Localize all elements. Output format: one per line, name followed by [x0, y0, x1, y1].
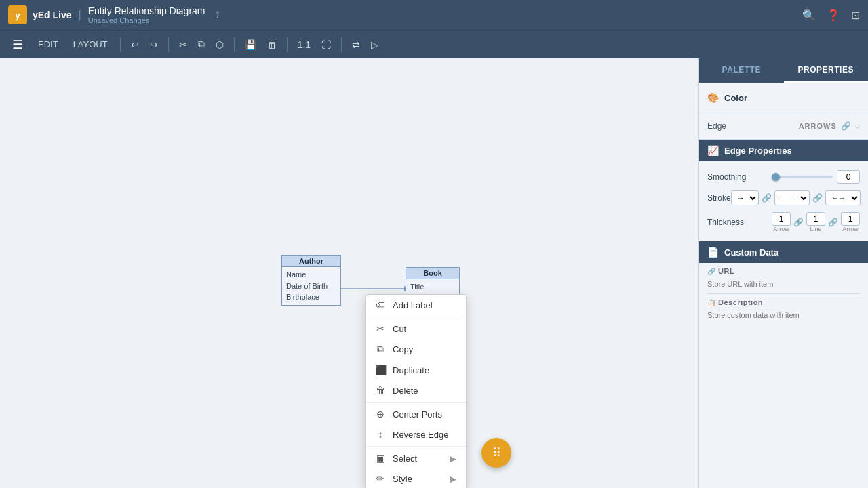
link-icon-arrows[interactable]: 🔗: [841, 121, 851, 131]
edge-arrows-row: Edge ARROWS 🔗 ○: [707, 119, 860, 134]
toolbar: ☰ EDIT LAYOUT ↩ ↪ ✂ ⧉ ⬡ 💾 🗑 1:1 ⛶ ⇄ ▷: [0, 30, 868, 58]
ctx-center-ports[interactable]: ⊕ Center Ports: [366, 404, 466, 424]
copy-icon: ⧉: [375, 344, 386, 355]
stroke-style-select[interactable]: ——: [774, 190, 810, 205]
custom-data-header: 📄 Custom Data: [699, 241, 868, 263]
thickness-arrow2-input[interactable]: [841, 212, 860, 226]
stroke-start-select[interactable]: →: [731, 190, 759, 205]
ctx-sep-3: [366, 446, 466, 447]
ctx-sep-1: [366, 317, 466, 317]
arrows-row: ARROWS 🔗 ○: [799, 121, 860, 131]
smoothing-slider[interactable]: [772, 176, 833, 178]
ctx-copy-text: Copy: [393, 344, 413, 354]
author-field-2: Date of Birth: [286, 281, 336, 292]
ctx-reverse-edge-text: Reverse Edge: [393, 430, 448, 440]
separator: |: [79, 9, 81, 21]
thickness-link1-icon[interactable]: 🔗: [793, 218, 804, 227]
save-button[interactable]: 💾: [240, 36, 261, 54]
ctx-sep-2: [366, 402, 466, 403]
description-field: 📋 Description: [699, 294, 868, 325]
select-arrow-icon: ▶: [450, 453, 456, 464]
arrow2-col-label: Arrow: [842, 226, 859, 232]
stroke-controls: → 🔗 —— 🔗 ←→: [731, 190, 861, 205]
line-col-label: Line: [810, 226, 821, 232]
stroke-end-select[interactable]: ←→: [825, 190, 861, 205]
delete-icon: 🗑: [375, 385, 386, 396]
arrows-label: ARROWS: [799, 122, 837, 130]
share-icon[interactable]: ⤴: [215, 9, 220, 20]
export-button[interactable]: ▷: [366, 36, 383, 54]
canvas[interactable]: Author Name Date of Birth Birthplace Boo…: [0, 58, 698, 488]
thickness-link2-icon[interactable]: 🔗: [828, 218, 838, 227]
ctx-style[interactable]: ✏ Style ▶: [366, 468, 466, 488]
ctx-duplicate[interactable]: ⬛ Duplicate: [366, 360, 466, 380]
url-input[interactable]: [707, 280, 860, 288]
ctx-cut[interactable]: ✂ Cut: [366, 319, 466, 339]
select-icon: ▣: [375, 453, 386, 464]
tab-properties[interactable]: PROPERTIES: [784, 58, 869, 83]
style-icon: ✏: [375, 473, 386, 484]
right-panel: PALETTE PROPERTIES 🎨 Color Edge ARROWS 🔗…: [698, 58, 868, 488]
edge-connector[interactable]: [341, 282, 416, 296]
author-node[interactable]: Author Name Date of Birth Birthplace: [281, 255, 341, 306]
smoothing-thumb: [772, 173, 780, 181]
edit-menu[interactable]: EDIT: [31, 37, 65, 52]
stroke-link-icon2[interactable]: 🔗: [812, 193, 823, 203]
ctx-reverse-edge[interactable]: ↕ Reverse Edge: [366, 424, 466, 445]
book-field-1: Title: [410, 281, 455, 293]
redo-button[interactable]: ↪: [145, 36, 163, 54]
copy-button[interactable]: ⧉: [193, 35, 210, 54]
thickness-controls: Arrow 🔗 Line 🔗 Arrow: [772, 212, 860, 232]
color-icon: 🎨: [707, 92, 719, 103]
layout-menu[interactable]: LAYOUT: [66, 37, 115, 52]
zoom-1to1-button[interactable]: 1:1: [293, 36, 315, 54]
help-icon[interactable]: ❓: [827, 9, 840, 22]
context-menu: 🏷 Add Label ✂ Cut ⧉ Copy ⬛ Duplicate 🗑 D…: [365, 294, 467, 488]
description-input[interactable]: [707, 311, 860, 319]
style-arrow-icon: ▶: [450, 474, 456, 484]
diagram-title: Entity Relationship Diagram: [88, 5, 205, 16]
thickness-label: Thickness: [707, 218, 744, 227]
circle-icon-arrows[interactable]: ○: [855, 121, 860, 131]
stroke-link-icon[interactable]: 🔗: [762, 193, 772, 203]
ctx-add-label-text: Add Label: [393, 300, 433, 310]
desc-label: 📋 Description: [707, 298, 860, 306]
toolbar-divider-5: [341, 37, 342, 52]
center-ports-icon: ⊕: [375, 409, 386, 420]
ctx-select[interactable]: ▣ Select ▶: [366, 448, 466, 468]
edge-arrows-section: Edge ARROWS 🔗 ○: [699, 113, 868, 140]
tab-palette[interactable]: PALETTE: [699, 58, 784, 83]
url-field: 🔗 URL: [699, 263, 868, 293]
author-body: Name Date of Birth Birthplace: [282, 267, 340, 305]
url-link-icon: 🔗: [707, 268, 716, 275]
undo-button[interactable]: ↩: [126, 36, 144, 54]
delete-button[interactable]: 🗑: [262, 36, 281, 54]
window-icon[interactable]: ⊡: [851, 9, 860, 22]
ctx-delete[interactable]: 🗑 Delete: [366, 380, 466, 401]
ctx-add-label[interactable]: 🏷 Add Label: [366, 295, 466, 315]
ctx-duplicate-text: Duplicate: [393, 365, 429, 375]
edge-label: Edge: [707, 121, 726, 131]
toggle-button[interactable]: ⇄: [347, 36, 365, 54]
thickness-arrow1-input[interactable]: [772, 212, 791, 226]
ctx-center-ports-text: Center Ports: [393, 409, 442, 420]
fit-button[interactable]: ⛶: [317, 36, 336, 54]
edge-properties-title: Edge Properties: [724, 146, 792, 156]
url-label: 🔗 URL: [707, 267, 860, 275]
search-icon[interactable]: 🔍: [802, 9, 816, 22]
author-field-3: Birthplace: [286, 291, 336, 303]
ctx-copy[interactable]: ⧉ Copy: [366, 339, 466, 360]
app-logo: y: [8, 5, 27, 24]
color-section: 🎨 Color: [699, 83, 868, 113]
smoothing-label: Smoothing: [707, 172, 746, 182]
smoothing-value[interactable]: [837, 170, 860, 184]
book-header: Book: [406, 268, 459, 279]
fab-button[interactable]: ⠿: [481, 438, 511, 468]
edge-properties-body: Smoothing Stroke → 🔗: [699, 161, 868, 241]
menu-button[interactable]: ☰: [5, 33, 30, 56]
main-layout: Author Name Date of Birth Birthplace Boo…: [0, 58, 868, 488]
thickness-line-input[interactable]: [806, 212, 825, 226]
paste-button[interactable]: ⬡: [211, 36, 229, 54]
cut-button[interactable]: ✂: [174, 36, 192, 54]
toolbar-divider-2: [168, 37, 169, 52]
